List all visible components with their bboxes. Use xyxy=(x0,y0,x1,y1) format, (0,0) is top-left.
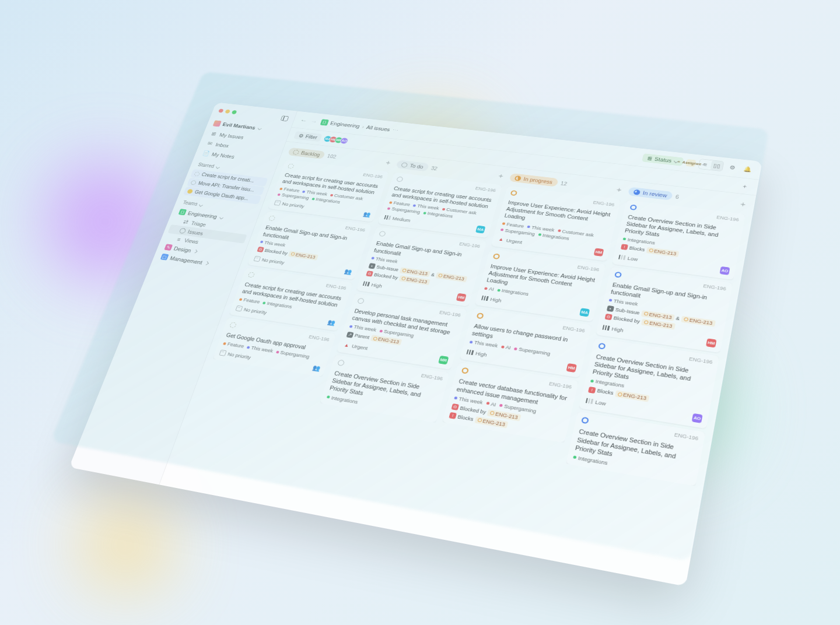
workspace-icon xyxy=(213,120,222,127)
list-icon: ≡ xyxy=(677,159,681,164)
filter-button[interactable]: ⚙ Filter xyxy=(293,131,323,142)
tag[interactable]: Feature xyxy=(388,200,411,207)
column-status-pill[interactable]: Backlog xyxy=(288,148,326,159)
tag-label: Feature xyxy=(393,201,411,207)
card-assignee-avatar[interactable]: MA xyxy=(475,226,486,234)
avatar[interactable]: MR xyxy=(334,136,344,144)
relation-link[interactable]: ENG-213 xyxy=(288,251,318,260)
breadcrumb-team[interactable]: Engineering xyxy=(330,121,360,129)
group-by-status[interactable]: ≣ Status xyxy=(642,153,684,166)
avatar[interactable]: AO xyxy=(340,137,349,145)
relation-link[interactable]: ENG-213 xyxy=(399,267,430,277)
card-title: Create script for creating user accounts… xyxy=(391,183,494,210)
tag-dot-icon xyxy=(442,208,445,210)
tag[interactable]: This week xyxy=(412,203,440,210)
nav-item-my-issues[interactable]: ⊞ My Issues xyxy=(206,128,284,146)
priority[interactable]: No priority xyxy=(235,306,267,315)
starred-label: Move API: Transfer issu... xyxy=(197,181,255,192)
tag-dot-icon xyxy=(501,229,504,231)
tag[interactable]: Integrations xyxy=(262,300,293,310)
close-window-icon[interactable] xyxy=(218,108,224,113)
tag[interactable]: Integrations xyxy=(422,210,453,219)
tag-dot-icon xyxy=(223,342,226,345)
issue-card[interactable]: ENG-196 Enable Gmail Sign-up and Sign-in… xyxy=(247,211,372,279)
pair-icon[interactable]: 👥 xyxy=(344,268,352,275)
tag-dot-icon xyxy=(239,298,243,301)
more-icon[interactable]: ⋯ xyxy=(391,127,399,134)
avatar[interactable]: HM xyxy=(328,136,338,143)
pair-icon[interactable]: 👥 xyxy=(362,211,371,218)
tag[interactable]: Customer ask xyxy=(442,206,477,215)
issue-card[interactable]: ENG-196 Create script for creating user … xyxy=(377,173,502,238)
starred-item[interactable]: Create script for creati... xyxy=(190,169,268,187)
team-sub-issues[interactable]: ◯ Issues xyxy=(167,224,247,244)
minimize-window-icon[interactable] xyxy=(225,110,230,114)
issue-id: ENG-196 xyxy=(396,177,496,193)
teams-section-label[interactable]: Teams xyxy=(178,196,258,216)
card-status-icon xyxy=(268,216,276,222)
avatar[interactable]: MA xyxy=(323,135,333,142)
column-count: 12 xyxy=(560,180,568,187)
column-status-pill[interactable]: In progress xyxy=(509,173,558,187)
add-card-button[interactable]: ＋ xyxy=(496,171,506,181)
nav-forward-button[interactable]: → xyxy=(310,118,318,125)
nav-back-button[interactable]: ← xyxy=(299,117,308,124)
tag[interactable]: This week xyxy=(371,255,398,264)
board-view-button[interactable]: ▯▯ xyxy=(710,160,723,171)
list-view-button[interactable]: ≡ xyxy=(699,159,712,170)
add-card-button[interactable]: ＋ xyxy=(383,159,393,167)
tag-dot-icon xyxy=(389,201,393,203)
tag-label: Integrations xyxy=(427,211,454,219)
filter-toolbar: ⚙ Filter MAHMMRAO ＋ xyxy=(286,128,759,196)
priority-label: No priority xyxy=(243,307,268,315)
team-item-design[interactable]: ✎ Design xyxy=(160,241,240,262)
nav-item-my-notes[interactable]: 📄 My Notes xyxy=(198,148,276,166)
issue-id: ENG-196 xyxy=(268,216,366,233)
tag[interactable]: Customer ask xyxy=(330,193,364,202)
team-sub-triage[interactable]: ⇄ Triage xyxy=(171,216,250,234)
priority[interactable]: High xyxy=(363,280,383,289)
tag-label: Supergaming xyxy=(391,206,421,215)
tag[interactable]: This week xyxy=(302,189,328,197)
team-item-engineering[interactable]: ⟨⟩ Engineering xyxy=(174,206,254,226)
team-item-management[interactable]: ▢ Management xyxy=(156,251,237,272)
card-title: Enable Gmail Sign-up and Sign-in functio… xyxy=(262,222,363,250)
priority[interactable]: Medium xyxy=(384,215,411,223)
tag[interactable]: Supergaming xyxy=(387,206,421,215)
column-status-pill[interactable]: To do xyxy=(396,160,429,171)
card-status-icon xyxy=(379,231,386,237)
priority[interactable]: No priority xyxy=(274,200,305,209)
tag-dot-icon xyxy=(502,222,506,225)
status-icon xyxy=(194,171,200,176)
tag[interactable]: Feature xyxy=(502,221,524,229)
maximize-window-icon[interactable] xyxy=(232,110,237,114)
issue-card[interactable]: ENG-196 Create script for creating user … xyxy=(268,159,389,222)
nav-icon: ✉ xyxy=(206,141,214,147)
team-sub-views[interactable]: ≡ Views xyxy=(164,233,244,252)
column-header: To do 32 ＋ xyxy=(395,159,506,182)
assignee-filter-avatars[interactable]: MAHMMRAO xyxy=(323,135,349,145)
sidebar-toggle-icon[interactable] xyxy=(281,115,289,121)
starred-item[interactable]: Move API: Transfer issu... xyxy=(187,178,265,196)
tag[interactable]: Feature xyxy=(239,297,261,305)
tag[interactable]: Supergaming xyxy=(277,192,310,201)
tag[interactable]: This week xyxy=(527,224,555,233)
group-by-assignee[interactable]: ≡ Assignee xyxy=(685,159,696,167)
card-status-icon xyxy=(396,177,404,182)
add-card-button[interactable]: ＋ xyxy=(614,185,624,195)
tag[interactable]: Feature xyxy=(279,187,300,194)
priority[interactable]: No priority xyxy=(254,256,286,265)
chevron-down-icon xyxy=(702,163,705,165)
nav-icon: 📄 xyxy=(202,150,210,156)
tag[interactable]: Supergaming xyxy=(500,227,536,237)
starred-section-label[interactable]: Starred xyxy=(194,158,272,177)
tag[interactable]: This week xyxy=(260,240,286,248)
workspace-switcher[interactable]: Evil Martians xyxy=(210,118,287,136)
breadcrumb-view[interactable]: All issues xyxy=(366,125,391,132)
card-title: Enable Gmail Sign-up and Sign-in functio… xyxy=(373,238,479,267)
priority[interactable]: Urgent xyxy=(498,236,523,244)
starred-item[interactable]: Get Google Oauth app... xyxy=(183,187,261,205)
nav-item-inbox[interactable]: ✉ Inbox xyxy=(202,138,279,157)
chevron-icon xyxy=(205,261,209,265)
tag[interactable]: Integrations xyxy=(311,196,341,205)
